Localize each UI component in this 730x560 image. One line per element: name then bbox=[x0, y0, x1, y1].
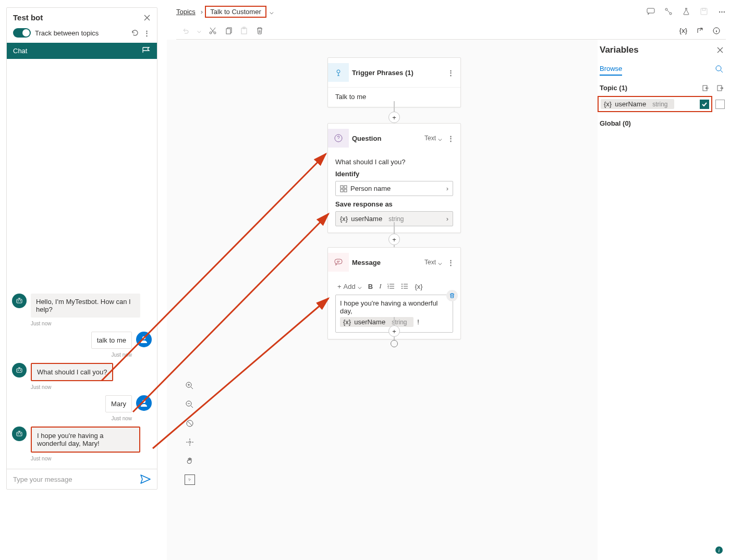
trigger-node[interactable]: Trigger Phrases (1) ⋮ Talk to me bbox=[327, 57, 461, 107]
user-message-row: talk to me bbox=[12, 332, 152, 349]
identify-field[interactable]: Person name › bbox=[335, 181, 453, 196]
message-text: I hope you're having a wonderful day, bbox=[340, 299, 448, 315]
timestamp: Just now bbox=[12, 352, 132, 358]
testbot-header: Test bot bbox=[7, 8, 157, 26]
variable-icon[interactable]: {x} bbox=[679, 27, 687, 34]
topbar: Topics › Talk to Customer ⌵ ⋯ bbox=[176, 4, 726, 19]
delete-icon[interactable] bbox=[256, 27, 264, 35]
reload-icon[interactable] bbox=[131, 29, 139, 37]
recenter-icon[interactable] bbox=[185, 437, 195, 447]
chevron-right-icon: › bbox=[446, 185, 448, 192]
timestamp: Just now bbox=[31, 321, 152, 326]
variable-item[interactable]: {x} userName string bbox=[598, 96, 712, 112]
cut-icon[interactable] bbox=[209, 27, 217, 35]
user-message: talk to me bbox=[91, 332, 132, 349]
more-icon[interactable]: ⋮ bbox=[445, 259, 456, 266]
close-icon[interactable] bbox=[143, 14, 151, 21]
add-button[interactable]: + Add ⌵ bbox=[337, 283, 362, 290]
global-scope-label: Global (0) bbox=[598, 113, 726, 127]
timestamp: Just now bbox=[12, 416, 132, 421]
message-toolbar: + Add ⌵ B I {x} bbox=[335, 282, 453, 295]
save-icon[interactable] bbox=[700, 7, 708, 16]
search-icon[interactable] bbox=[715, 65, 724, 74]
add-node-button[interactable]: + bbox=[388, 325, 400, 337]
checkbox-checked[interactable] bbox=[700, 100, 709, 109]
identify-value: Person name bbox=[350, 185, 391, 192]
list-bullet-icon[interactable] bbox=[401, 283, 408, 289]
zoom-in-icon[interactable] bbox=[185, 381, 195, 391]
svg-rect-15 bbox=[702, 8, 705, 10]
italic-button[interactable]: I bbox=[379, 282, 381, 290]
node-header: Message Text ⌵ ⋮ bbox=[328, 248, 460, 277]
user-message-highlighted: Mary bbox=[105, 395, 132, 412]
flag-icon[interactable] bbox=[142, 47, 151, 53]
flask-icon[interactable] bbox=[682, 7, 690, 16]
variable-type: string bbox=[649, 101, 671, 108]
breadcrumb-topics[interactable]: Topics bbox=[176, 8, 196, 16]
track-toggle[interactable] bbox=[13, 28, 31, 38]
fit-icon[interactable] bbox=[185, 418, 195, 429]
paste-icon[interactable] bbox=[240, 27, 248, 35]
checkbox-unchecked[interactable] bbox=[715, 100, 725, 109]
svg-rect-18 bbox=[226, 29, 230, 34]
message-icon bbox=[328, 253, 349, 272]
delete-icon[interactable] bbox=[446, 290, 458, 301]
more-icon[interactable]: ⋮ bbox=[143, 29, 151, 37]
undo-icon[interactable] bbox=[181, 27, 190, 35]
more-icon[interactable]: ⋮ bbox=[445, 135, 456, 142]
send-icon[interactable] bbox=[140, 474, 151, 484]
timestamp: Just now bbox=[31, 456, 152, 461]
bold-button[interactable]: B bbox=[368, 283, 373, 290]
chevron-down-icon[interactable]: ⌵ bbox=[197, 27, 201, 34]
copy-icon[interactable] bbox=[224, 27, 233, 35]
open-icon[interactable] bbox=[696, 27, 704, 35]
bot-message-highlighted: I hope you're having a wonderful day, Ma… bbox=[31, 427, 140, 453]
chevron-right-icon: › bbox=[201, 8, 203, 16]
breadcrumb-current[interactable]: Talk to Customer bbox=[205, 6, 266, 18]
chat-input-row: Type your message bbox=[7, 469, 157, 489]
more-icon[interactable]: ⋯ bbox=[717, 7, 726, 16]
svg-rect-11 bbox=[647, 8, 654, 13]
chat-icon[interactable] bbox=[647, 7, 655, 16]
svg-point-13 bbox=[670, 13, 672, 15]
track-label: Track between topics bbox=[35, 29, 127, 37]
import-icon[interactable] bbox=[702, 84, 709, 92]
svg-rect-24 bbox=[340, 186, 343, 188]
pan-icon[interactable] bbox=[185, 456, 195, 466]
scope-label: Topic (1) bbox=[600, 84, 702, 92]
export-icon[interactable] bbox=[716, 84, 724, 92]
variable-insert-button[interactable]: {x} bbox=[415, 283, 422, 290]
add-node-button[interactable]: + bbox=[388, 234, 400, 245]
add-node-button[interactable]: + bbox=[388, 112, 400, 123]
zoom-out-icon[interactable] bbox=[185, 399, 195, 410]
more-icon[interactable]: ⋮ bbox=[445, 69, 456, 77]
user-message-row: Mary bbox=[12, 395, 152, 412]
question-node[interactable]: Question Text ⌵ ⋮ What should I call you… bbox=[327, 123, 461, 233]
variable-chip[interactable]: {x} userName string bbox=[340, 317, 413, 327]
cursor-icon[interactable] bbox=[185, 474, 195, 485]
variables-header: Variables bbox=[598, 41, 726, 60]
chat-header: Chat bbox=[7, 43, 157, 59]
chevron-down-icon[interactable]: ⌵ bbox=[438, 135, 442, 142]
svg-point-1 bbox=[18, 300, 19, 301]
test-icon[interactable] bbox=[664, 7, 673, 16]
svg-point-31 bbox=[402, 288, 403, 289]
browse-tab[interactable]: Browse bbox=[600, 63, 622, 76]
bot-message-row: Hello, I'm MyTestbot. How can I help? bbox=[12, 294, 152, 318]
info-circle-icon[interactable] bbox=[712, 27, 721, 35]
identify-label: Identify bbox=[335, 170, 453, 178]
toolbar: ⌵ {x} bbox=[176, 22, 726, 40]
chat-input[interactable]: Type your message bbox=[13, 476, 140, 483]
variable-name: userName bbox=[351, 215, 382, 223]
question-body: What should I call you? Identify Person … bbox=[328, 153, 460, 233]
info-badge[interactable]: i bbox=[715, 546, 723, 554]
chevron-down-icon[interactable]: ⌵ bbox=[270, 8, 274, 16]
bot-avatar-icon bbox=[12, 363, 27, 378]
testbot-panel: Test bot Track between topics ⋮ Chat Hel… bbox=[6, 7, 157, 490]
list-ordered-icon[interactable] bbox=[387, 283, 395, 289]
close-icon[interactable] bbox=[716, 46, 724, 54]
chevron-down-icon[interactable]: ⌵ bbox=[438, 259, 442, 266]
toolbar-right: {x} bbox=[679, 27, 721, 35]
bot-avatar-icon bbox=[12, 294, 27, 308]
flow-canvas[interactable]: Trigger Phrases (1) ⋮ Talk to me + Quest… bbox=[167, 40, 598, 560]
